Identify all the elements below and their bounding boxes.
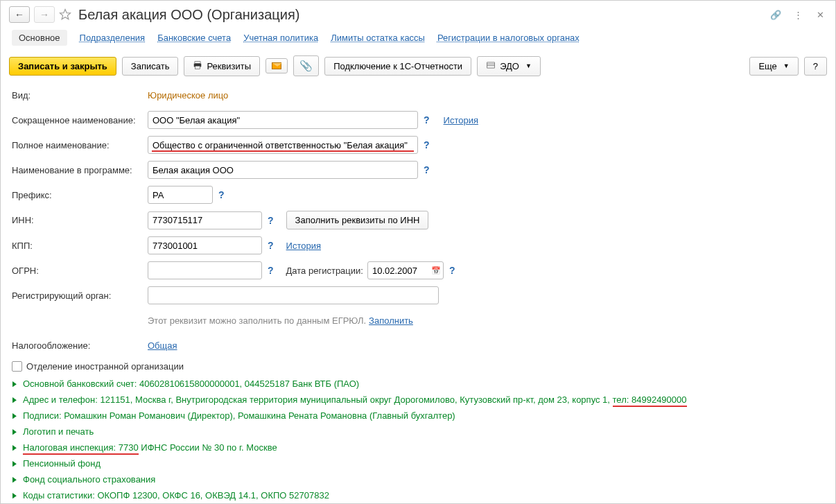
fill-by-inn-button[interactable]: Заполнить реквизиты по ИНН bbox=[286, 211, 429, 229]
svg-rect-1 bbox=[195, 61, 200, 63]
kind-label: Вид: bbox=[9, 90, 148, 101]
short-name-input[interactable] bbox=[148, 111, 418, 129]
chevron-down-icon: ▼ bbox=[783, 62, 790, 69]
expand-fss-text: Фонд социального страхования bbox=[23, 474, 155, 485]
help-icon[interactable]: ? bbox=[268, 240, 274, 251]
edo-icon bbox=[486, 60, 496, 72]
help-icon[interactable]: ? bbox=[268, 215, 274, 226]
regorg-label: Регистрирующий орган: bbox=[9, 290, 148, 301]
tab-tax-registrations[interactable]: Регистрации в налоговых органах bbox=[437, 30, 580, 46]
expand-pension-text: Пенсионный фонд bbox=[23, 458, 101, 469]
expand-logo[interactable]: ▶Логотип и печать bbox=[9, 426, 827, 437]
more-button[interactable]: Еще▼ bbox=[749, 57, 798, 76]
more-label: Еще bbox=[758, 61, 776, 71]
ogrn-input[interactable] bbox=[148, 261, 262, 279]
svg-rect-3 bbox=[195, 66, 200, 69]
tab-subdivisions[interactable]: Подразделения bbox=[80, 30, 146, 46]
close-icon[interactable]: ✕ bbox=[813, 8, 827, 21]
full-name-label: Полное наименование: bbox=[9, 140, 148, 150]
prefix-label: Префикс: bbox=[9, 190, 148, 200]
chevron-right-icon: ▶ bbox=[12, 475, 17, 484]
kpp-history-link[interactable]: История bbox=[286, 241, 321, 251]
save-and-close-button[interactable]: Записать и закрыть bbox=[9, 57, 116, 76]
ogrn-label: ОГРН: bbox=[9, 266, 148, 276]
window-title: Белая акация ООО (Организация) bbox=[78, 7, 299, 23]
expand-tax-inspection-name: ИФНС России № 30 по г. Москве bbox=[139, 442, 277, 453]
favorite-star-icon[interactable] bbox=[59, 8, 71, 21]
paperclip-icon: 📎 bbox=[299, 60, 313, 72]
chevron-right-icon: ▶ bbox=[12, 491, 17, 500]
svg-marker-0 bbox=[60, 10, 71, 19]
regorg-hint: Этот реквизит можно заполнить по данным … bbox=[148, 315, 366, 326]
program-name-label: Наименование в программе: bbox=[9, 165, 148, 175]
foreign-org-checkbox[interactable] bbox=[12, 361, 22, 372]
help-icon[interactable]: ? bbox=[424, 164, 430, 175]
attach-button[interactable]: 📎 bbox=[293, 55, 319, 76]
save-button[interactable]: Записать bbox=[122, 57, 179, 76]
print-icon bbox=[193, 60, 202, 72]
requisites-button[interactable]: Реквизиты bbox=[184, 56, 260, 76]
requisites-label: Реквизиты bbox=[207, 61, 251, 71]
expand-tax-inspection[interactable]: ▶Налоговая инспекция: 7730 ИФНС России №… bbox=[9, 442, 827, 453]
fill-from-egrul-link[interactable]: Заполнить bbox=[369, 315, 413, 326]
help-icon[interactable]: ? bbox=[424, 114, 430, 125]
tab-cash-limits[interactable]: Лимиты остатка кассы bbox=[331, 30, 425, 46]
edo-button[interactable]: ЭДО ▼ bbox=[477, 56, 541, 76]
underline-mark bbox=[152, 150, 414, 152]
back-button[interactable]: ← bbox=[9, 6, 30, 23]
prefix-input[interactable] bbox=[148, 186, 213, 204]
help-icon[interactable]: ? bbox=[268, 265, 274, 276]
svg-rect-4 bbox=[487, 62, 495, 67]
expand-bank[interactable]: ▶Основной банковский счет: 4060281061580… bbox=[9, 379, 827, 389]
chevron-down-icon: ▼ bbox=[525, 62, 532, 69]
forward-button[interactable]: → bbox=[34, 6, 55, 23]
chevron-right-icon: ▶ bbox=[12, 411, 17, 420]
chevron-right-icon: ▶ bbox=[12, 443, 17, 452]
kind-value[interactable]: Юридическое лицо bbox=[148, 90, 228, 101]
chevron-right-icon: ▶ bbox=[12, 427, 17, 436]
expand-bank-text: Основной банковский счет: 40602810615800… bbox=[23, 379, 359, 389]
expand-codes-text: Коды статистики: ОКОПФ 12300, ОКФС 16, О… bbox=[23, 490, 329, 501]
help-icon[interactable]: ? bbox=[449, 265, 455, 276]
expand-pension[interactable]: ▶Пенсионный фонд bbox=[9, 458, 827, 469]
expand-tax-inspection-code: Налоговая инспекция: 7730 bbox=[23, 442, 139, 455]
tab-bank-accounts[interactable]: Банковские счета bbox=[157, 30, 231, 46]
chevron-right-icon: ▶ bbox=[12, 459, 17, 468]
inn-label: ИНН: bbox=[9, 215, 148, 225]
foreign-org-label: Отделение иностранной организации bbox=[26, 361, 184, 372]
more-menu-icon[interactable]: ⋮ bbox=[791, 8, 805, 21]
mail-button[interactable] bbox=[265, 58, 288, 73]
connect-1c-button[interactable]: Подключение к 1С-Отчетности bbox=[324, 57, 471, 76]
regdate-label: Дата регистрации: bbox=[286, 266, 363, 276]
taxation-link[interactable]: Общая bbox=[148, 340, 177, 351]
link-icon[interactable]: 🔗 bbox=[769, 8, 783, 21]
chevron-right-icon: ▶ bbox=[12, 395, 17, 404]
tab-accounting-policy[interactable]: Учетная политика bbox=[243, 30, 318, 46]
toolbar: Записать и закрыть Записать Реквизиты 📎 … bbox=[9, 55, 827, 76]
regorg-input[interactable] bbox=[148, 286, 439, 304]
inn-input[interactable] bbox=[148, 211, 262, 229]
expand-signatures[interactable]: ▶Подписи: Ромашкин Роман Романович (Дире… bbox=[9, 410, 827, 421]
expand-fss[interactable]: ▶Фонд социального страхования bbox=[9, 474, 827, 485]
expand-signatures-text: Подписи: Ромашкин Роман Романович (Дирек… bbox=[23, 410, 455, 421]
chevron-right-icon: ▶ bbox=[12, 379, 17, 388]
expand-address-text: Адрес и телефон: 121151, Москва г, Внутр… bbox=[23, 394, 613, 405]
program-name-input[interactable] bbox=[148, 161, 418, 179]
regdate-input[interactable] bbox=[367, 261, 444, 279]
kpp-input[interactable] bbox=[148, 236, 262, 254]
kpp-label: КПП: bbox=[9, 241, 148, 251]
expand-address-phone: тел: 84992490000 bbox=[613, 394, 687, 407]
tab-main[interactable]: Основное bbox=[12, 30, 67, 46]
envelope-icon bbox=[272, 62, 281, 69]
expand-address[interactable]: ▶Адрес и телефон: 121151, Москва г, Внут… bbox=[9, 394, 827, 405]
help-icon[interactable]: ? bbox=[424, 139, 430, 150]
history-link[interactable]: История bbox=[444, 115, 478, 125]
taxation-label: Налогообложение: bbox=[9, 340, 148, 351]
tab-bar: Основное Подразделения Банковские счета … bbox=[9, 30, 827, 46]
help-button[interactable]: ? bbox=[804, 57, 827, 76]
short-name-label: Сокращенное наименование: bbox=[9, 115, 148, 125]
help-icon[interactable]: ? bbox=[218, 189, 225, 200]
expand-logo-text: Логотип и печать bbox=[23, 426, 94, 437]
edo-label: ЭДО bbox=[500, 61, 519, 71]
expand-codes[interactable]: ▶Коды статистики: ОКОПФ 12300, ОКФС 16, … bbox=[9, 490, 827, 501]
